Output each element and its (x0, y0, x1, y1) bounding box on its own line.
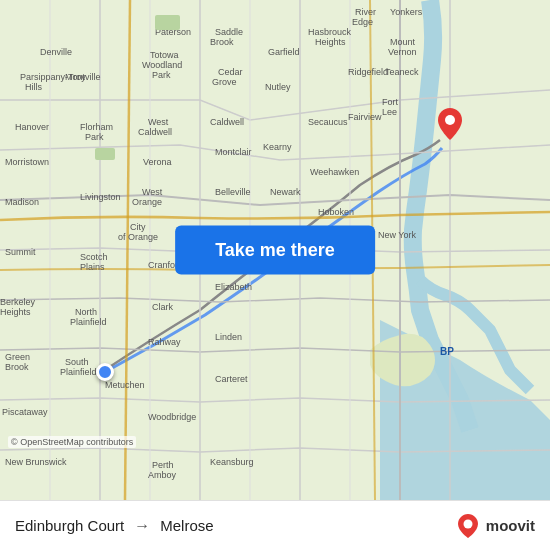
svg-text:Florham: Florham (80, 122, 113, 132)
svg-text:Amboy: Amboy (148, 470, 177, 480)
svg-text:Berkeley: Berkeley (0, 297, 36, 307)
svg-text:Keansburg: Keansburg (210, 457, 254, 467)
svg-text:Hills: Hills (25, 82, 42, 92)
svg-text:Fort: Fort (382, 97, 399, 107)
svg-text:Scotch: Scotch (80, 252, 108, 262)
svg-text:Piscataway: Piscataway (2, 407, 48, 417)
svg-text:South: South (65, 357, 89, 367)
destination-pin (438, 108, 462, 144)
svg-text:Mount: Mount (390, 37, 416, 47)
svg-rect-77 (155, 15, 180, 30)
svg-text:Vernon: Vernon (388, 47, 417, 57)
svg-text:Plainfield: Plainfield (70, 317, 107, 327)
svg-text:Caldwell: Caldwell (210, 117, 244, 127)
svg-text:West: West (142, 187, 163, 197)
svg-text:Woodland: Woodland (142, 60, 182, 70)
svg-text:Grove: Grove (212, 77, 237, 87)
svg-text:Nutley: Nutley (265, 82, 291, 92)
svg-text:Orange: Orange (132, 197, 162, 207)
svg-text:Brook: Brook (210, 37, 234, 47)
svg-text:Green: Green (5, 352, 30, 362)
svg-text:Kearny: Kearny (263, 142, 292, 152)
svg-text:Plainfield: Plainfield (60, 367, 97, 377)
svg-text:New York: New York (378, 230, 417, 240)
svg-text:Metuchen: Metuchen (105, 380, 145, 390)
svg-text:Woodbridge: Woodbridge (148, 412, 196, 422)
svg-text:Hoboken: Hoboken (318, 207, 354, 217)
svg-text:Livingston: Livingston (80, 192, 121, 202)
svg-text:Plains: Plains (80, 262, 105, 272)
svg-text:Brook: Brook (5, 362, 29, 372)
svg-text:Garfield: Garfield (268, 47, 300, 57)
svg-text:Carteret: Carteret (215, 374, 248, 384)
svg-text:Madison: Madison (5, 197, 39, 207)
svg-text:Newark: Newark (270, 187, 301, 197)
arrow-icon: → (134, 517, 150, 535)
origin-label: Edinburgh Court (15, 517, 124, 534)
svg-text:Hanover: Hanover (15, 122, 49, 132)
origin-pin (96, 363, 114, 381)
svg-text:Clark: Clark (152, 302, 174, 312)
svg-text:West: West (148, 117, 169, 127)
svg-text:of Orange: of Orange (118, 232, 158, 242)
svg-text:Summit: Summit (5, 247, 36, 257)
svg-point-79 (445, 115, 455, 125)
svg-text:Heights: Heights (315, 37, 346, 47)
svg-text:Belleville: Belleville (215, 187, 251, 197)
svg-text:River: River (355, 7, 376, 17)
svg-text:Verona: Verona (143, 157, 172, 167)
svg-text:Fairview: Fairview (348, 112, 382, 122)
svg-text:Secaucus: Secaucus (308, 117, 348, 127)
map-view: Parsippany-Troy Hills Hanover Morristown… (0, 0, 550, 500)
svg-text:Edge: Edge (352, 17, 373, 27)
svg-text:Perth: Perth (152, 460, 174, 470)
svg-text:Yonkers: Yonkers (390, 7, 423, 17)
svg-text:Montville: Montville (65, 72, 101, 82)
bottom-bar: Edinburgh Court → Melrose moovit (0, 500, 550, 550)
svg-text:Weehawken: Weehawken (310, 167, 359, 177)
svg-text:Rahway: Rahway (148, 337, 181, 347)
svg-text:Saddle: Saddle (215, 27, 243, 37)
svg-text:Teaneck: Teaneck (385, 67, 419, 77)
svg-text:Caldwell: Caldwell (138, 127, 172, 137)
svg-text:Cedar: Cedar (218, 67, 243, 77)
svg-text:Denville: Denville (40, 47, 72, 57)
moovit-logo[interactable]: moovit (455, 513, 535, 539)
svg-rect-78 (95, 148, 115, 160)
svg-text:North: North (75, 307, 97, 317)
svg-text:Park: Park (85, 132, 104, 142)
svg-text:New Brunswick: New Brunswick (5, 457, 67, 467)
svg-text:Hasbrouck: Hasbrouck (308, 27, 352, 37)
svg-text:Ridgefield: Ridgefield (348, 67, 388, 77)
svg-text:Heights: Heights (0, 307, 31, 317)
svg-text:BP: BP (440, 346, 454, 357)
destination-label: Melrose (160, 517, 213, 534)
svg-text:Lee: Lee (382, 107, 397, 117)
svg-text:Elizabeth: Elizabeth (215, 282, 252, 292)
svg-text:City: City (130, 222, 146, 232)
svg-text:Park: Park (152, 70, 171, 80)
moovit-icon (455, 513, 481, 539)
take-me-there-button[interactable]: Take me there (175, 226, 375, 275)
moovit-text: moovit (486, 517, 535, 534)
svg-text:Montclair: Montclair (215, 147, 252, 157)
svg-text:Linden: Linden (215, 332, 242, 342)
svg-text:Totowa: Totowa (150, 50, 179, 60)
svg-point-81 (463, 519, 472, 528)
map-attribution: © OpenStreetMap contributors (8, 436, 136, 448)
svg-text:Morristown: Morristown (5, 157, 49, 167)
